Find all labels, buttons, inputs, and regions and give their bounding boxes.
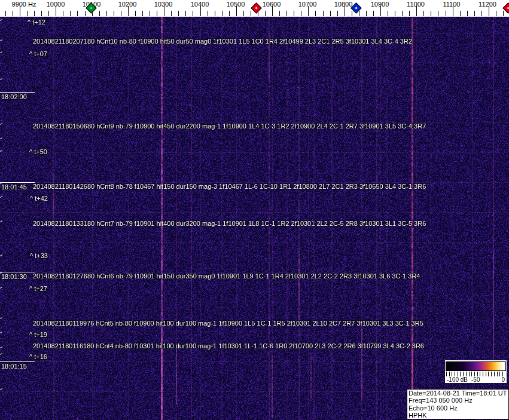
event-log-line: 20140821180127680 hCnt6 nb-79 f10901 hit… [33, 272, 420, 280]
marker-center-dot [355, 7, 357, 9]
timeline-edge-tick [0, 388, 2, 390]
timeline-edge-tick [0, 51, 2, 53]
event-time-marker: ^ t+19 [29, 331, 47, 338]
colorbar-label-min: -100 dB [447, 376, 468, 383]
timeline-edge-tick [0, 150, 2, 152]
timeline-edge-tick [0, 332, 2, 333]
event-time-marker: ^ t+16 [29, 353, 47, 360]
event-time-marker: ^ t+42 [30, 195, 48, 202]
time-label: 18:01:30 [1, 273, 27, 280]
event-time-marker: ^ t+27 [29, 285, 47, 292]
event-time-marker: ^ t+12 [28, 19, 45, 26]
event-log-line: 20140821180207180 hCnt10 nb-80 f10900 hi… [33, 38, 412, 45]
info-line: Freq=143 050 000 Hz [409, 397, 507, 404]
timeline-edge-tick [0, 78, 2, 80]
event-time-marker: ^ t+07 [29, 50, 47, 57]
colorbar-gradient [446, 361, 506, 371]
timeline-edge-tick [0, 39, 2, 41]
colorbar-tick-ruler [446, 372, 505, 376]
meteor-echo-monitor-window: 9900 Hz100001010010200103001040010500106… [0, 0, 509, 420]
info-line: HPHK [409, 412, 507, 419]
time-label: 18:01:45 [1, 183, 27, 191]
timeline-edge-tick [0, 317, 2, 319]
time-label: 18:02:00 [1, 93, 27, 100]
event-time-marker: ^ t+33 [30, 252, 48, 259]
time-label: 18:01:15 [1, 363, 27, 370]
timeline-edge-tick [0, 255, 2, 256]
event-log-line: 20140821180142680 hCnt8 nb-78 f10467 hit… [33, 183, 426, 190]
time-tick-line [0, 272, 35, 272]
marker-center-dot [507, 7, 509, 9]
time-tick-line [0, 92, 35, 93]
timeline-edge-tick [0, 220, 2, 222]
event-log-line: 20140821180119976 hCnt5 nb-80 f10900 hit… [33, 320, 423, 327]
event-log-line: 20140821180116180 hCnt4 nb-80 f10301 hit… [33, 342, 424, 350]
timeline-edge-tick [0, 19, 2, 21]
timeline-edge-tick [0, 123, 2, 125]
marker-center-dot [255, 7, 257, 9]
info-line: Date=2014-08-21 Time=18:01 UTC [409, 390, 507, 397]
timeline-edge-tick [0, 137, 2, 139]
marker-center-dot [90, 7, 92, 9]
timeline-edge-tick [0, 347, 2, 348]
annotation-overlay: 18:02:0018:01:4518:01:3018:01:15^ t+12^ … [0, 0, 509, 420]
timeline-edge-tick [0, 196, 2, 198]
time-tick-line [0, 182, 35, 183]
time-tick-line [0, 361, 35, 362]
colorbar-label-max: 0 [501, 376, 505, 383]
timeline-edge-tick [0, 353, 2, 355]
timeline-edge-tick [0, 287, 2, 289]
colorbar-label-mid: -50 [471, 376, 480, 383]
event-log-line: 20140821180150680 hCnt9 nb-79 f10900 hit… [33, 122, 426, 130]
event-time-marker: ^ t+50 [29, 148, 47, 155]
info-line: Echo=10 600 Hz [409, 404, 507, 412]
db-color-scale: -100 dB -50 0 [445, 360, 507, 383]
status-info-box: Date=2014-08-21 Time=18:01 UTCFreq=143 0… [407, 389, 509, 419]
colorbar-labels: -100 dB -50 0 [445, 376, 507, 383]
event-log-line: 20140821180133180 hCnt7 nb-79 f10901 hit… [33, 220, 426, 227]
